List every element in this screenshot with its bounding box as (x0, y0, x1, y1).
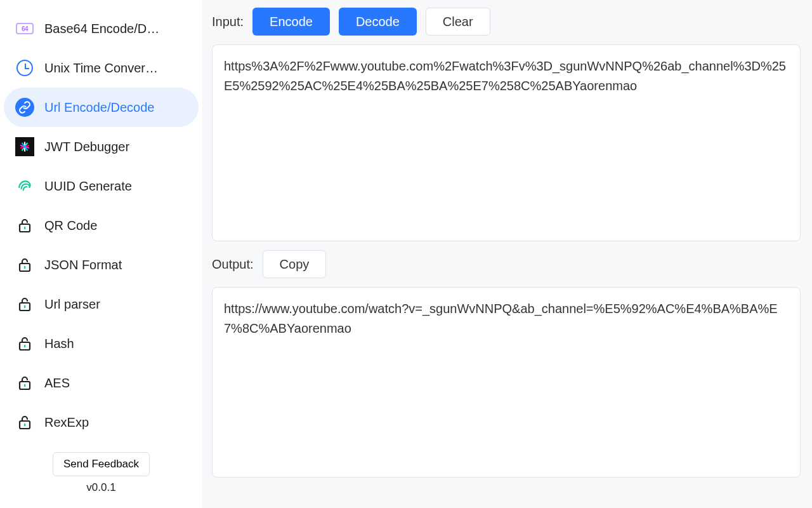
copy-button[interactable]: Copy (263, 250, 327, 278)
sidebar-item-unixtime[interactable]: Unix Time Conver… (4, 48, 199, 88)
input-textarea[interactable] (212, 44, 801, 241)
sidebar-item-label: Hash (44, 337, 187, 351)
lock-icon (15, 216, 34, 235)
base64-icon: 64 (15, 19, 34, 38)
lock-icon (15, 255, 34, 274)
output-label: Output: (212, 257, 254, 272)
lock-icon (15, 373, 34, 392)
lock-icon (15, 295, 34, 314)
svg-rect-14 (24, 384, 25, 387)
sidebar-item-label: UUID Generate (44, 179, 187, 194)
sidebar-list: 64 Base64 Encode/D… Unix Time Conver… Ur… (4, 5, 199, 446)
svg-rect-8 (24, 266, 25, 269)
sidebar-item-label: Base64 Encode/D… (44, 22, 187, 36)
send-feedback-button[interactable]: Send Feedback (53, 452, 150, 476)
sidebar-footer: Send Feedback v0.0.1 (4, 446, 199, 500)
fingerprint-icon (15, 177, 34, 196)
sidebar-item-label: Url parser (44, 297, 187, 312)
svg-rect-6 (24, 227, 25, 229)
jwt-icon (15, 137, 34, 156)
clock-icon (15, 58, 34, 77)
clear-button[interactable]: Clear (426, 8, 490, 36)
sidebar-item-label: AES (44, 376, 187, 391)
decode-button[interactable]: Decode (339, 8, 417, 36)
sidebar-item-label: JSON Format (44, 258, 187, 272)
sidebar: 64 Base64 Encode/D… Unix Time Conver… Ur… (0, 0, 203, 508)
output-display: https://www.youtube.com/watch?v=_sgunWvN… (212, 287, 801, 478)
sidebar-item-uuid[interactable]: UUID Generate (4, 166, 199, 206)
svg-rect-10 (24, 305, 25, 308)
input-label: Input: (212, 15, 244, 29)
main-panel: Input: Encode Decode Clear Output: Copy … (203, 0, 812, 508)
svg-rect-16 (24, 424, 25, 426)
sidebar-item-base64[interactable]: 64 Base64 Encode/D… (4, 9, 199, 48)
sidebar-item-hash[interactable]: Hash (4, 324, 199, 363)
sidebar-item-label: Unix Time Conver… (44, 61, 187, 76)
svg-rect-12 (24, 345, 25, 347)
version-label: v0.0.1 (11, 481, 191, 494)
link-icon (15, 98, 34, 117)
lock-icon (15, 334, 34, 353)
sidebar-item-urlparser[interactable]: Url parser (4, 284, 199, 324)
sidebar-item-label: JWT Debugger (44, 140, 187, 154)
input-toolbar: Input: Encode Decode Clear (212, 8, 801, 36)
sidebar-item-aes[interactable]: AES (4, 363, 199, 403)
sidebar-item-label: QR Code (44, 218, 187, 233)
sidebar-item-label: Url Encode/Decode (44, 100, 187, 115)
sidebar-item-jwt[interactable]: JWT Debugger (4, 127, 199, 166)
sidebar-item-urlencode[interactable]: Url Encode/Decode (4, 88, 199, 127)
encode-button[interactable]: Encode (252, 8, 330, 36)
sidebar-item-regexp[interactable]: RexExp (4, 403, 199, 442)
lock-icon (15, 413, 34, 432)
output-toolbar: Output: Copy (212, 250, 801, 278)
sidebar-item-qrcode[interactable]: QR Code (4, 206, 199, 245)
sidebar-item-json[interactable]: JSON Format (4, 245, 199, 284)
sidebar-item-label: RexExp (44, 415, 187, 430)
